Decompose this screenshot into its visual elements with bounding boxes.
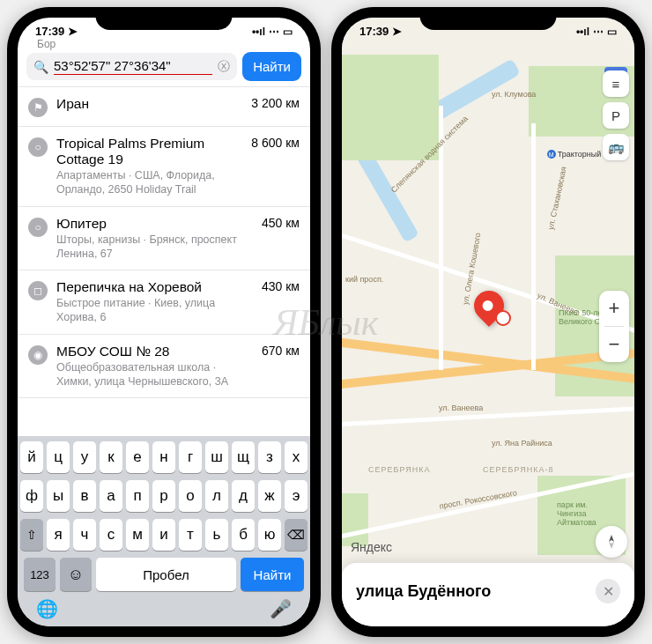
letter-key[interactable]: ь [205, 519, 228, 551]
globe-key[interactable]: 🌐 [36, 598, 58, 619]
search-input[interactable]: 53°52'57" 27°36'34" [54, 58, 212, 75]
emoji-key[interactable]: ☺ [60, 558, 92, 591]
svg-marker-0 [609, 535, 614, 542]
result-distance: 8 600 км [251, 136, 300, 150]
battery-icon: ▭ [607, 26, 617, 38]
result-title: Tropical Palms Premium Cottage 19 [56, 136, 242, 167]
result-item[interactable]: ○ Юпитер Шторы, карнизы · Брянск, проспе… [18, 207, 310, 271]
park-label: парк им. Чингиза Айтматова [557, 500, 619, 527]
letter-key[interactable]: ж [258, 480, 281, 512]
result-subtitle: Апартаменты · США, Флорида, Орландо, 265… [56, 168, 242, 197]
letter-key[interactable]: г [179, 441, 202, 473]
letter-key[interactable]: ц [47, 441, 70, 473]
letter-key[interactable]: й [20, 441, 43, 473]
signal-icon: ••ıl [576, 26, 589, 38]
street-label: ул. Клумова [492, 90, 536, 99]
letter-key[interactable]: и [152, 519, 175, 551]
district-label: СЕРЕБРЯНКА [368, 465, 430, 474]
result-subtitle: Общеобразовательная школа · Химки, улица… [56, 360, 253, 389]
letter-key[interactable]: з [258, 441, 281, 473]
place-icon: ○ [28, 218, 48, 237]
letter-key[interactable]: ф [20, 480, 43, 512]
bus-icon: 🚌 [608, 139, 625, 155]
map-logo: Яндекс [351, 540, 392, 554]
street-label: ул. Яна Райниса [492, 439, 552, 448]
numbers-key[interactable]: 123 [24, 558, 56, 591]
letter-key[interactable]: к [100, 441, 122, 473]
bottom-card[interactable]: улица Будённого ✕ [342, 563, 634, 626]
letter-key[interactable]: ч [73, 519, 96, 551]
letter-key[interactable]: х [285, 441, 307, 473]
keyboard[interactable]: йцукенгшщзх фывапролджэ ⇧ячсмитьбю⌫ 123 … [18, 436, 310, 626]
space-key[interactable]: Пробел [96, 558, 236, 591]
results-list: ⚑ Иран 3 200 км ○ Tropical Palms Premium… [18, 86, 310, 398]
result-subtitle: Шторы, карнизы · Брянск, проспект Ленина… [56, 233, 253, 262]
map[interactable]: ул. Клумова Слепянская водная система ул… [342, 18, 634, 626]
layers-button[interactable]: ≡ [603, 70, 629, 97]
screen-left: 17:39 ➤ ••ıl ⋯ ▭ Бор 🔍 53°52'57" 27°36'3… [18, 18, 310, 626]
mic-key[interactable]: 🎤 [270, 598, 292, 619]
close-button[interactable]: ✕ [596, 579, 620, 603]
street-label: кий просп. [345, 275, 383, 284]
result-title: Иран [56, 96, 242, 112]
transit-button[interactable]: 🚌 [603, 134, 629, 160]
shift-key[interactable]: ⇧ [20, 519, 43, 551]
letter-key[interactable]: ы [47, 480, 70, 512]
letter-key[interactable]: д [232, 480, 255, 512]
result-item[interactable]: ⚑ Иран 3 200 км [18, 87, 310, 127]
letter-key[interactable]: б [232, 519, 255, 551]
phone-left: 17:39 ➤ ••ıl ⋯ ▭ Бор 🔍 53°52'57" 27°36'3… [7, 7, 321, 637]
letter-key[interactable]: я [47, 519, 70, 551]
zoom-controls: + − [599, 291, 629, 362]
close-icon: ✕ [603, 583, 614, 600]
result-distance: 670 км [262, 344, 300, 358]
wifi-icon: ⋯ [269, 26, 279, 38]
letter-key[interactable]: у [73, 441, 96, 473]
letter-key[interactable]: е [126, 441, 149, 473]
compass-icon [604, 534, 619, 550]
search-area: 🔍 53°52'57" 27°36'34" ⓧ Найти [18, 50, 310, 86]
compass-button[interactable] [596, 526, 627, 558]
letter-key[interactable]: м [126, 519, 149, 551]
letter-key[interactable]: р [152, 480, 175, 512]
go-key[interactable]: Найти [241, 558, 304, 591]
letter-key[interactable]: э [285, 480, 307, 512]
signal-icon: ••ıl [252, 26, 265, 38]
street-label: ул. Ванеева [439, 403, 483, 412]
parking-icon: P [611, 108, 620, 123]
notch [420, 7, 557, 30]
result-item[interactable]: ◉ МБОУ СОШ № 28 Общеобразовательная школ… [18, 335, 310, 399]
letter-key[interactable]: с [100, 519, 122, 551]
find-button[interactable]: Найти [242, 52, 301, 81]
result-item[interactable]: ○ Tropical Palms Premium Cottage 19 Апар… [18, 127, 310, 207]
result-distance: 3 200 км [251, 96, 300, 110]
parking-button[interactable]: P [603, 102, 629, 129]
screen-right: ул. Клумова Слепянская водная система ул… [342, 18, 634, 626]
clear-input-icon[interactable]: ⓧ [218, 59, 230, 75]
map-controls: ≡ P 🚌 [603, 70, 629, 160]
letter-key[interactable]: о [179, 480, 202, 512]
zoom-in-button[interactable]: + [599, 291, 629, 326]
letter-key[interactable]: п [126, 480, 149, 512]
letter-key[interactable]: щ [232, 441, 255, 473]
result-distance: 430 км [262, 279, 300, 293]
zoom-out-button[interactable]: − [599, 327, 629, 362]
search-box[interactable]: 🔍 53°52'57" 27°36'34" ⓧ [26, 53, 237, 80]
battery-icon: ▭ [283, 26, 293, 38]
letter-key[interactable]: а [100, 480, 122, 512]
letter-key[interactable]: т [179, 519, 202, 551]
letter-key[interactable]: ш [205, 441, 228, 473]
result-title: Перепичка на Хоревой [56, 279, 253, 295]
metro-icon: M [547, 150, 556, 159]
result-distance: 450 км [262, 216, 300, 230]
letter-key[interactable]: в [73, 480, 96, 512]
letter-key[interactable]: ю [258, 519, 281, 551]
letter-key[interactable]: н [152, 441, 175, 473]
backspace-key[interactable]: ⌫ [285, 519, 307, 551]
flag-icon: ⚑ [28, 98, 48, 117]
district-label: СЕРЕБРЯНКА-8 [483, 465, 553, 474]
status-time: 17:39 [35, 25, 64, 38]
phone-right: ул. Клумова Слепянская водная система ул… [331, 7, 645, 637]
letter-key[interactable]: л [205, 480, 228, 512]
result-item[interactable]: ◻ Перепичка на Хоревой Быстрое питание ·… [18, 270, 310, 335]
